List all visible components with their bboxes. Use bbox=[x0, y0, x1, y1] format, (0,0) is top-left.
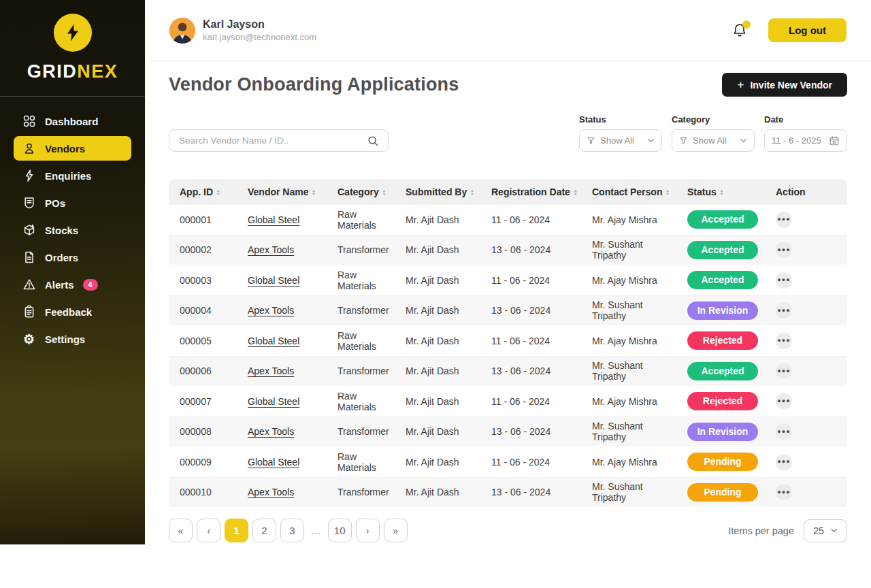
funnel-icon bbox=[587, 136, 595, 145]
cell-action: ●●● bbox=[765, 242, 847, 258]
pagination-first-button[interactable]: « bbox=[169, 519, 193, 542]
sidebar: GRIDNEX DashboardVendorsEnquiriesPOsStoc… bbox=[0, 0, 145, 544]
user-email: karl.jayson@technonext.com bbox=[203, 32, 316, 42]
cell-status: Rejected bbox=[676, 392, 765, 410]
sidebar-item-vendors[interactable]: Vendors bbox=[14, 136, 131, 161]
row-actions-button[interactable]: ●●● bbox=[776, 333, 792, 349]
vendors-icon bbox=[22, 142, 36, 156]
row-actions-button[interactable]: ●●● bbox=[776, 423, 792, 440]
vendor-link[interactable]: Global Steel bbox=[248, 396, 299, 407]
row-actions-button[interactable]: ●●● bbox=[776, 212, 792, 228]
notification-bell-icon[interactable] bbox=[732, 22, 749, 39]
lightning-bolt-icon bbox=[54, 14, 92, 52]
pagination-next-button[interactable]: › bbox=[356, 519, 380, 542]
sort-icon[interactable]: ▴▾ bbox=[312, 189, 314, 196]
cell-vendor-name: Global Steel bbox=[237, 336, 327, 346]
category-filter-select[interactable]: Show All bbox=[672, 129, 755, 152]
status-badge: Rejected bbox=[687, 392, 758, 410]
pagination-page-3-button[interactable]: 3 bbox=[280, 519, 304, 542]
sidebar-item-stocks[interactable]: Stocks bbox=[14, 218, 131, 242]
date-filter-value: 11 - 6 - 2025 bbox=[772, 135, 824, 146]
sort-icon[interactable]: ▴▾ bbox=[666, 189, 668, 196]
vendor-link[interactable]: Apex Tools bbox=[248, 487, 294, 497]
status-badge: Accepted bbox=[687, 210, 758, 229]
table-row: 000010Apex ToolsTransformerMr. Ajit Dash… bbox=[169, 478, 847, 508]
vendor-link[interactable]: Global Steel bbox=[248, 336, 299, 346]
date-filter-select[interactable]: 11 - 6 - 2025 bbox=[764, 129, 847, 152]
cell-status: Accepted bbox=[676, 271, 765, 289]
cell-contact-person: Mr. Sushant Tripathy bbox=[581, 360, 676, 382]
vendor-link[interactable]: Apex Tools bbox=[248, 244, 294, 255]
status-badge: In Revision bbox=[687, 301, 758, 320]
invite-button-label: Invite New Vendor bbox=[750, 80, 832, 91]
cell-vendor-name: Apex Tools bbox=[237, 365, 327, 376]
logout-button[interactable]: Log out bbox=[768, 18, 847, 42]
sort-icon[interactable]: ▴▾ bbox=[574, 189, 576, 196]
enquiries-icon bbox=[22, 169, 36, 183]
cell-action: ●●● bbox=[765, 484, 847, 500]
pagination-prev-button[interactable]: ‹ bbox=[197, 519, 220, 542]
sidebar-item-alerts[interactable]: Alerts4 bbox=[14, 272, 131, 297]
row-actions-button[interactable]: ●●● bbox=[776, 302, 792, 318]
table-row: 000007Global SteelRaw MaterialsMr. Ajit … bbox=[169, 387, 847, 417]
cell-app-id: 000007 bbox=[169, 396, 237, 407]
cell-status: Pending bbox=[676, 483, 765, 502]
row-actions-button[interactable]: ●●● bbox=[776, 393, 792, 410]
sort-icon[interactable]: ▴▾ bbox=[721, 189, 723, 196]
avatar[interactable] bbox=[169, 18, 195, 44]
search-input[interactable] bbox=[169, 135, 367, 146]
vendor-link[interactable]: Apex Tools bbox=[248, 426, 294, 437]
sidebar-item-orders[interactable]: Orders bbox=[14, 245, 131, 270]
cell-action: ●●● bbox=[765, 302, 847, 318]
sidebar-item-feedback[interactable]: Feedback bbox=[14, 299, 131, 324]
row-actions-button[interactable]: ●●● bbox=[776, 454, 792, 470]
sidebar-item-pos[interactable]: POs bbox=[14, 191, 131, 215]
invite-new-vendor-button[interactable]: + Invite New Vendor bbox=[722, 73, 847, 97]
sidebar-item-enquiries[interactable]: Enquiries bbox=[14, 163, 131, 188]
sort-icon[interactable]: ▴▾ bbox=[383, 189, 385, 196]
cell-app-id: 000001 bbox=[169, 214, 237, 225]
sort-icon[interactable]: ▴▾ bbox=[471, 189, 473, 196]
pagination-page-2-button[interactable]: 2 bbox=[252, 519, 276, 542]
topbar-right: Log out bbox=[732, 18, 847, 42]
cell-app-id: 000002 bbox=[169, 244, 237, 255]
column-header-submitted-by: Submitted By▴▾ bbox=[395, 186, 480, 197]
sidebar-item-dashboard[interactable]: Dashboard bbox=[14, 109, 131, 133]
cell-app-id: 000009 bbox=[169, 457, 237, 468]
row-actions-button[interactable]: ●●● bbox=[776, 272, 792, 289]
search-icon[interactable] bbox=[367, 135, 379, 147]
row-actions-button[interactable]: ●●● bbox=[776, 363, 792, 379]
pagination-page-10-button[interactable]: 10 bbox=[328, 519, 352, 542]
cell-status: In Revision bbox=[676, 423, 765, 441]
table-row: 000006Apex ToolsTransformerMr. Ajit Dash… bbox=[169, 357, 847, 387]
calendar-icon bbox=[829, 135, 840, 146]
stocks-icon bbox=[22, 223, 36, 238]
cell-category: Transformer bbox=[327, 487, 395, 497]
row-actions-button[interactable]: ●●● bbox=[776, 242, 792, 258]
pagination-last-button[interactable]: » bbox=[384, 519, 408, 542]
sidebar-item-label: Dashboard bbox=[45, 116, 98, 127]
cell-action: ●●● bbox=[765, 454, 847, 470]
pagination-page-1-button[interactable]: 1 bbox=[225, 519, 248, 542]
status-filter-select[interactable]: Show All bbox=[579, 129, 662, 152]
vendor-link[interactable]: Global Steel bbox=[248, 275, 299, 286]
column-header-vendor-name: Vendor Name▴▾ bbox=[237, 186, 327, 197]
status-badge: Accepted bbox=[687, 271, 758, 289]
vendor-link[interactable]: Apex Tools bbox=[248, 365, 294, 376]
settings-icon: ⚙ bbox=[22, 332, 36, 346]
sidebar-item-settings[interactable]: ⚙Settings bbox=[14, 327, 131, 351]
cell-vendor-name: Global Steel bbox=[237, 214, 327, 225]
cell-submitted-by: Mr. Ajit Dash bbox=[395, 457, 480, 468]
cell-vendor-name: Apex Tools bbox=[237, 426, 327, 437]
vendor-link[interactable]: Global Steel bbox=[248, 457, 299, 468]
vendor-link[interactable]: Global Steel bbox=[248, 214, 299, 225]
cell-category: Raw Materials bbox=[327, 330, 395, 352]
column-label: Contact Person bbox=[592, 186, 662, 197]
sidebar-item-label: Feedback bbox=[45, 306, 92, 318]
filters-row: Status Show All Category Show All bbox=[169, 114, 847, 152]
feedback-icon bbox=[22, 305, 36, 319]
items-per-page-select[interactable]: 25 bbox=[804, 519, 847, 542]
row-actions-button[interactable]: ●●● bbox=[776, 484, 792, 500]
vendor-link[interactable]: Apex Tools bbox=[248, 305, 294, 316]
sort-icon[interactable]: ▴▾ bbox=[217, 189, 219, 196]
